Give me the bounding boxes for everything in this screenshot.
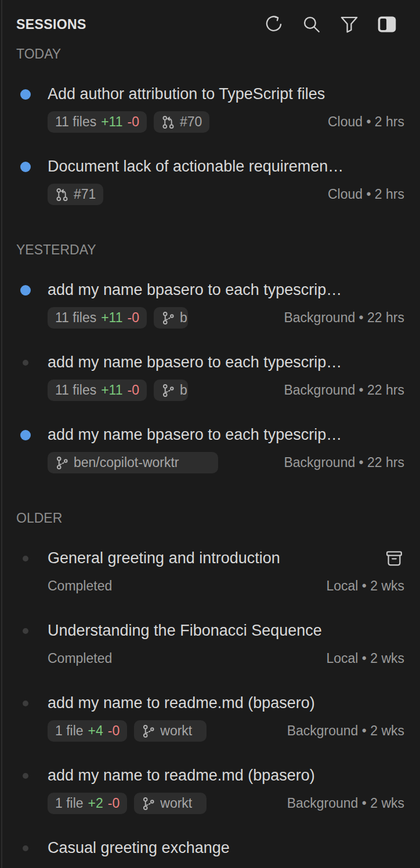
branch-name: workt <box>160 796 192 811</box>
lines-added: +11 <box>101 382 122 398</box>
pull-request-badge: #71 <box>48 184 103 205</box>
session-title: add my name to readme.md (bpasero) <box>48 694 404 713</box>
session-meta: Background • 22 hrs <box>284 455 404 471</box>
panel-header: SESSIONS <box>0 0 420 37</box>
session-title: Add author attribution to TypeScript fil… <box>48 85 404 104</box>
filter-icon <box>339 14 359 34</box>
session-item[interactable]: add my name bpasero to each typescrip… 1… <box>0 280 420 329</box>
files-changed-badge: 11 files +11 -0 <box>48 380 147 401</box>
status-dot-active <box>20 89 31 100</box>
session-item[interactable]: Add author attribution to TypeScript fil… <box>0 85 420 133</box>
branch-name: b <box>180 310 187 326</box>
git-branch-icon <box>161 384 175 397</box>
branch-badge: b <box>154 307 188 329</box>
session-title: add my name to readme.md (bpasero) <box>48 766 404 785</box>
lines-added: +11 <box>101 310 122 326</box>
pull-request-badge: #70 <box>154 111 209 133</box>
branch-badge: ben/copilot-worktr <box>48 452 218 473</box>
status-column <box>16 694 48 709</box>
status-dot-idle <box>23 360 28 366</box>
lines-removed: -0 <box>108 723 120 739</box>
status-dot-idle <box>23 556 28 561</box>
status-column <box>16 353 48 368</box>
git-branch-icon <box>161 311 175 325</box>
status-column <box>16 549 48 564</box>
status-column <box>16 766 48 781</box>
lines-removed: -0 <box>127 310 139 326</box>
lines-added: +4 <box>88 723 103 739</box>
session-item[interactable]: General greeting and introduction Comple… <box>0 549 420 597</box>
header-actions <box>263 13 398 35</box>
session-item[interactable]: Document lack of actionable requiremen… … <box>0 157 420 205</box>
files-changed-badge: 11 files +11 -0 <box>48 111 147 133</box>
session-status: Completed <box>48 651 112 666</box>
branch-name: workt <box>160 723 192 739</box>
branch-badge: workt <box>134 793 207 814</box>
status-dot-idle <box>23 845 28 851</box>
status-column <box>16 85 48 100</box>
archive-button[interactable] <box>383 548 404 569</box>
section-label-today: TODAY <box>0 46 420 61</box>
filter-button[interactable] <box>338 13 360 35</box>
status-dot-active <box>20 430 31 440</box>
session-item[interactable]: Understanding the Fibonacci Sequence Com… <box>0 621 420 669</box>
status-dot-idle <box>23 628 28 634</box>
git-branch-icon <box>142 797 155 811</box>
session-meta: Background • 2 wks <box>287 796 404 811</box>
status-column <box>16 838 48 854</box>
session-title: add my name bpasero to each typescrip… <box>48 280 404 300</box>
lines-removed: -0 <box>127 382 139 398</box>
git-pull-request-icon <box>161 115 175 129</box>
session-title: Casual greeting exchange <box>48 838 404 858</box>
session-meta: Cloud • 2 hrs <box>328 187 404 202</box>
session-meta: Background • 22 hrs <box>284 382 404 398</box>
panel-toggle-button[interactable] <box>376 13 398 35</box>
session-meta: Local • 2 wks <box>326 578 404 594</box>
section-label-yesterday: YESTERDAY <box>0 242 420 257</box>
pr-number: #71 <box>74 187 96 202</box>
session-title: add my name bpasero to each typescrip… <box>48 353 404 372</box>
status-column <box>16 425 48 440</box>
lines-added: +11 <box>101 114 122 130</box>
status-column <box>16 621 48 636</box>
session-item[interactable]: add my name bpasero to each typescrip… b… <box>0 425 420 473</box>
status-column <box>16 157 48 172</box>
refresh-button[interactable] <box>263 13 285 35</box>
files-changed-badge: 11 files +11 -0 <box>48 307 147 329</box>
git-pull-request-icon <box>55 188 69 202</box>
session-meta: Local • 2 wks <box>326 651 404 666</box>
files-changed-badge: 1 file +2 -0 <box>48 793 127 814</box>
branch-name: ben/copilot-worktr <box>74 455 179 471</box>
sessions-panel: SESSIONS <box>0 0 420 868</box>
status-dot-idle <box>23 773 28 779</box>
session-title: Document lack of actionable requiremen… <box>48 157 404 176</box>
status-dot-active <box>20 285 31 296</box>
lines-removed: -0 <box>127 114 139 130</box>
archive-icon <box>385 549 404 568</box>
session-title: General greeting and introduction <box>48 549 375 568</box>
session-item[interactable]: add my name to readme.md (bpasero) 1 fil… <box>0 694 420 742</box>
refresh-icon <box>264 14 284 34</box>
files-changed-badge: 1 file +4 -0 <box>48 720 127 742</box>
session-item[interactable]: add my name to readme.md (bpasero) 1 fil… <box>0 766 420 814</box>
session-meta: Background • 22 hrs <box>284 310 404 326</box>
session-item[interactable]: add my name bpasero to each typescrip… 1… <box>0 353 420 401</box>
section-label-older: OLDER <box>0 510 420 526</box>
page-title: SESSIONS <box>16 17 86 32</box>
search-icon <box>302 14 321 34</box>
session-meta: Cloud • 2 hrs <box>328 114 404 130</box>
session-meta: Background • 2 wks <box>287 723 404 739</box>
status-dot-idle <box>23 701 28 706</box>
session-status: Completed <box>48 578 112 594</box>
branch-badge: workt <box>134 720 207 742</box>
status-column <box>16 280 48 296</box>
session-title: Understanding the Fibonacci Sequence <box>48 621 404 640</box>
status-dot-active <box>20 162 31 172</box>
branch-name: b <box>180 382 187 398</box>
git-branch-icon <box>142 724 155 738</box>
lines-added: +2 <box>88 796 103 811</box>
pr-number: #70 <box>180 114 202 130</box>
session-item[interactable]: Casual greeting exchange Completed Local… <box>0 838 420 868</box>
lines-removed: -0 <box>108 796 120 811</box>
search-button[interactable] <box>300 13 323 35</box>
